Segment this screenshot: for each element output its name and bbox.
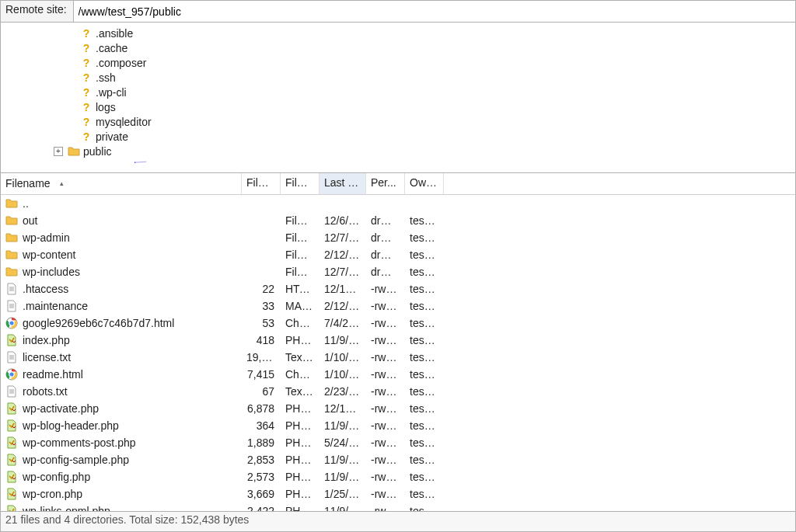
php-icon [5,454,18,466]
file-modified-label: 5/24/2... [319,433,366,452]
file-type-label [281,200,319,207]
file-type-label: MAI... [281,297,319,315]
file-row[interactable]: wp-comments-post.php1,889PHP ...5/24/2..… [1,434,795,451]
file-owner-label: test ... [405,297,444,315]
file-owner-label: test ... [405,468,444,486]
file-size-label: 19,9... [242,348,281,367]
column-header-permissions[interactable]: Per... [366,173,405,194]
file-type-label: File f... [281,245,319,264]
text-icon [5,351,18,363]
question-icon: ? [80,57,93,69]
file-row[interactable]: wp-config.php2,573PHP ...11/9/2...-rw-r.… [1,468,795,485]
remote-tree-pane[interactable]: ? .ansible ? .cache ? .composer ? .ssh ?… [1,23,795,173]
file-owner-label: test ... [405,365,444,384]
file-modified-label: 1/10/2... [319,365,366,384]
file-row[interactable]: wp-activate.php6,878PHP ...12/13/...-rw-… [1,400,795,417]
file-row[interactable]: wp-adminFile f...12/7/2...drwx...test ..… [1,229,795,246]
tree-node-logs[interactable]: ? logs [66,99,795,114]
file-permissions-label: -rw-r... [366,416,405,435]
svg-text:?: ? [83,116,90,128]
tree-node-label: logs [96,101,116,113]
file-modified-label: 2/12/2... [319,297,366,315]
folder-icon [5,266,18,278]
file-modified-label: 11/9/2... [319,502,366,511]
file-owner-label: test ... [405,331,444,349]
file-type-label: PHP ... [281,331,319,349]
tree-node-dot-ssh[interactable]: ? .ssh [66,70,795,85]
file-permissions-label: -rw-r... [366,280,405,298]
svg-text:?: ? [83,27,90,40]
file-type-label: Chro... [281,365,319,384]
file-type-label: PHP ... [281,416,319,435]
tree-node-private[interactable]: ? private [66,129,795,144]
column-header-last-modified[interactable]: Last m... [319,173,366,194]
file-permissions-label: -rw-r... [366,485,405,503]
file-modified-label: 12/14/... [319,280,366,298]
file-type-label: PHP ... [281,502,319,511]
file-list-header[interactable]: Filename ▴ Files... Filet... Last m... P… [1,173,795,195]
tree-node-label: .cache [96,42,127,54]
file-size-label: 67 [242,382,281,401]
php-icon [5,402,18,415]
tree-expander-icon[interactable]: + [54,147,63,156]
tree-node-dot-composer[interactable]: ? .composer [66,55,795,70]
file-type-label: File f... [281,211,319,230]
file-size-label: 364 [242,416,281,435]
file-size-label: 1,889 [242,433,281,452]
file-row[interactable]: wp-config-sample.php2,853PHP ...11/9/2..… [1,451,795,468]
column-header-filename[interactable]: Filename ▴ [1,173,242,194]
file-modified-label: 12/7/2... [319,228,366,247]
file-type-label: PHP ... [281,468,319,486]
file-row[interactable]: index.php418PHP ...11/9/2...-rw-r...test… [1,332,795,349]
question-icon: ? [80,101,93,113]
file-permissions-label: -rw-r... [366,382,405,401]
tree-node-dot-cache[interactable]: ? .cache [66,40,795,55]
file-modified-label: 11/9/2... [319,468,366,486]
file-row[interactable]: outFile f...12/6/2...drwx...test ... [1,212,795,229]
file-list-body[interactable]: .. outFile f...12/6/2...drwx...test ... … [1,195,795,511]
file-permissions-label: -rw-r... [366,450,405,469]
file-permissions-label: drwx... [366,263,405,281]
file-row[interactable]: wp-contentFile f...2/12/2...drwx...test … [1,246,795,263]
file-row[interactable]: license.txt19,9...Text ...1/10/2...-rw-r… [1,349,795,366]
file-permissions-label: -rw-r... [366,502,405,511]
file-row[interactable]: robots.txt67Text ...2/23/2...-rw-r...tes… [1,383,795,400]
remote-path-input[interactable] [74,1,795,22]
folder-icon [68,145,80,158]
file-modified-label: 11/9/2... [319,416,366,435]
file-owner-label: test ... [405,485,444,503]
file-permissions-label [366,200,405,207]
tree-node-label: .ansible [96,27,133,40]
file-row[interactable]: .htaccess22HTA...12/14/...-rw-r...test .… [1,280,795,297]
tree-node-label: private [96,130,128,143]
tree-node-dot-ansible[interactable]: ? .ansible [66,26,795,40]
file-row[interactable]: .maintenance33MAI...2/12/2...-rw-r...tes… [1,297,795,315]
file-permissions-label: -rw-r... [366,314,405,332]
file-row[interactable]: wp-blog-header.php364PHP ...11/9/2...-rw… [1,417,795,434]
file-permissions-label: -rw-r... [366,399,405,418]
remote-site-label: Remote site: [1,1,74,22]
column-header-owner[interactable]: Own... [405,173,444,194]
tree-node-label: .wp-cli [96,86,127,99]
file-size-label: 2,573 [242,468,281,486]
file-name-label: license.txt [23,351,71,363]
file-row[interactable]: wp-cron.php3,669PHP ...1/25/2...-rw-r...… [1,485,795,502]
file-name-label: wp-links-opml.php [23,505,110,511]
file-name-label: wp-config-sample.php [23,454,129,466]
file-row[interactable]: wp-includesFile f...12/7/2...drwx...test… [1,263,795,280]
tree-node-dot-wp-cli[interactable]: ? .wp-cli [66,85,795,99]
file-owner-label: test ... [405,263,444,281]
file-size-label: 6,878 [242,399,281,418]
file-row[interactable]: readme.html7,415Chro...1/10/2...-rw-r...… [1,366,795,383]
text-icon [5,385,18,398]
file-row[interactable]: wp-links-opml.php2,422PHP ...11/9/2...-r… [1,502,795,511]
column-header-filesize[interactable]: Files... [242,173,281,194]
file-modified-label: 12/6/2... [319,211,366,230]
column-header-filetype[interactable]: Filet... [281,173,319,194]
file-owner-label: test ... [405,245,444,264]
file-row[interactable]: .. [1,195,795,212]
tree-node-public[interactable]: + public [54,144,795,158]
tree-node-mysqleditor[interactable]: ? mysqleditor [66,114,795,129]
folder-icon [5,249,18,261]
file-row[interactable]: google9269eb6c7c46b7d7.html53Chro...7/4/… [1,315,795,332]
